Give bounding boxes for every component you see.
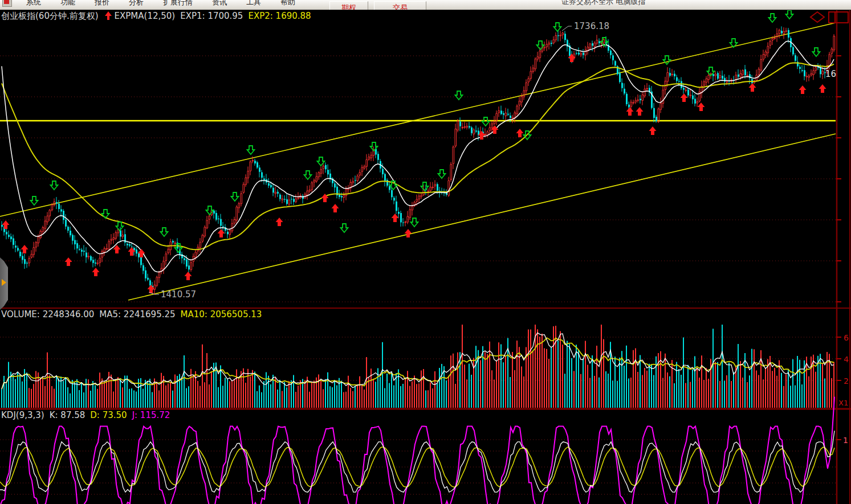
- instrument-title: 创业板指(60分钟.前复权): [1, 11, 99, 21]
- menu-item-2[interactable]: 报价: [85, 0, 119, 7]
- menu-item-3[interactable]: 分析: [119, 0, 153, 7]
- menu-item-7[interactable]: 帮助: [271, 0, 305, 7]
- app-icon[interactable]: [2, 0, 12, 7]
- main-chart-area[interactable]: [0, 10, 836, 308]
- kdj-chart-area[interactable]: [0, 410, 836, 504]
- menu-row: 系统功能报价分析扩展行情资讯工具帮助: [0, 0, 305, 9]
- kdj-name: KDJ(9,3,3): [1, 410, 44, 420]
- title-bar-note: 证券交易不全示 电脑版指: [561, 0, 645, 7]
- kdj-d-value: D: 73.50: [90, 410, 127, 420]
- expand-arrow-icon: [2, 279, 6, 286]
- diamond-marker-icon[interactable]: [811, 12, 824, 22]
- volume-ma5: MA5: 2241695.25: [99, 309, 175, 319]
- menu-bar: 系统功能报价分析扩展行情资讯工具帮助 期权 交易 证券交易不全示 电脑版指: [0, 0, 851, 10]
- kdj-panel-header: KDJ(9,3,3)K: 87.58D: 73.50J: 115.72: [1, 410, 175, 420]
- volume-multiplier-label: X1: [838, 399, 848, 407]
- volume-ma10: MA10: 2056505.13: [181, 309, 262, 319]
- chart-corner-controls: [808, 11, 850, 24]
- kdj-axis-label: 1: [843, 436, 848, 445]
- volume-chart-area[interactable]: [0, 309, 836, 408]
- menu-item-1[interactable]: 功能: [51, 0, 85, 7]
- menu-item-4[interactable]: 扩展行情: [153, 0, 202, 7]
- main-panel-header: 创业板指(60分钟.前复权)EXPMA(12,50)EXP1: 1700.95E…: [1, 11, 316, 22]
- split-window-icon[interactable]: [829, 12, 848, 23]
- volume-axis-label: 4: [844, 355, 849, 364]
- volume-value: VOLUME: 2248346.00: [1, 309, 94, 319]
- exp2-value: EXP2: 1690.88: [248, 11, 311, 21]
- right-axis: 6 4 2 X1 1: [836, 56, 849, 445]
- exp1-value: EXP1: 1700.95: [180, 11, 243, 21]
- kdj-j-value: J: 115.72: [132, 410, 170, 420]
- red-up-arrow-icon: [105, 11, 112, 20]
- volume-axis-label: 6: [844, 333, 849, 342]
- menu-item-0[interactable]: 系统: [17, 0, 51, 7]
- menu-item-6[interactable]: 工具: [237, 0, 271, 7]
- volume-axis-label: 2: [844, 376, 849, 386]
- menu-button-options[interactable]: 期权: [329, 1, 368, 10]
- menu-item-5[interactable]: 资讯: [202, 0, 237, 7]
- kdj-k-value: K: 87.58: [50, 410, 85, 420]
- menu-button-trade[interactable]: 交易: [374, 1, 426, 10]
- indicator-name: EXPMA(12,50): [115, 11, 176, 21]
- trading-terminal-window: 系统功能报价分析扩展行情资讯工具帮助 期权 交易 证券交易不全示 电脑版指 6 …: [0, 0, 851, 504]
- volume-panel-header: VOLUME: 2248346.00MA5: 2241695.25MA10: 2…: [1, 309, 267, 319]
